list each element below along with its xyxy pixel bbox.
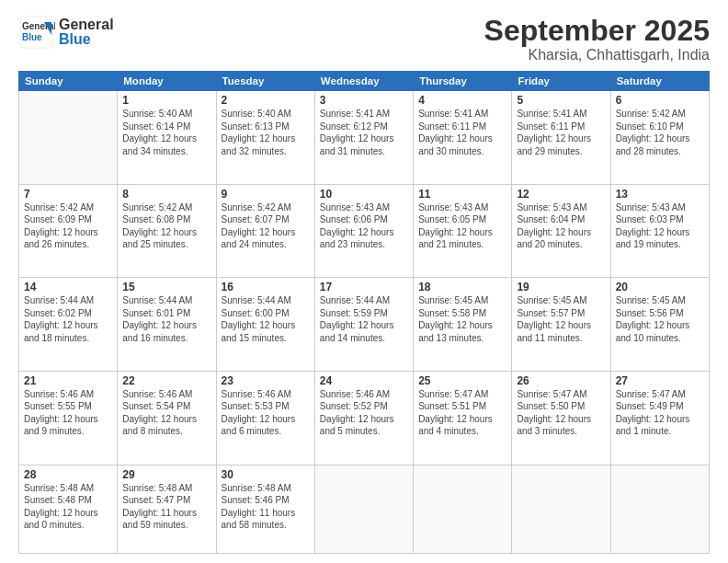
logo-icon: General Blue — [18, 15, 55, 50]
day-number: 17 — [320, 281, 408, 293]
day-number: 3 — [320, 94, 408, 107]
day-info: Sunrise: 5:43 AMSunset: 6:05 PMDaylight:… — [418, 201, 506, 251]
table-cell: 22Sunrise: 5:46 AMSunset: 5:54 PMDayligh… — [118, 371, 216, 465]
day-info: Sunrise: 5:40 AMSunset: 6:14 PMDaylight:… — [122, 108, 210, 157]
table-cell: 11Sunrise: 5:43 AMSunset: 6:05 PMDayligh… — [414, 184, 512, 278]
table-cell: 18Sunrise: 5:45 AMSunset: 5:58 PMDayligh… — [414, 278, 512, 372]
day-info: Sunrise: 5:42 AMSunset: 6:10 PMDaylight:… — [616, 108, 704, 157]
table-cell: 7Sunrise: 5:42 AMSunset: 6:09 PMDaylight… — [19, 184, 118, 278]
table-cell: 15Sunrise: 5:44 AMSunset: 6:01 PMDayligh… — [118, 278, 216, 372]
table-cell: 23Sunrise: 5:46 AMSunset: 5:53 PMDayligh… — [216, 371, 314, 465]
table-cell: 4Sunrise: 5:41 AMSunset: 6:11 PMDaylight… — [414, 91, 512, 185]
table-cell: 30Sunrise: 5:48 AMSunset: 5:46 PMDayligh… — [216, 465, 314, 554]
table-cell: 27Sunrise: 5:47 AMSunset: 5:49 PMDayligh… — [610, 371, 709, 465]
day-info: Sunrise: 5:40 AMSunset: 6:13 PMDaylight:… — [222, 108, 310, 157]
day-number: 6 — [616, 94, 704, 107]
day-number: 15 — [122, 281, 210, 293]
day-info: Sunrise: 5:41 AMSunset: 6:11 PMDaylight:… — [517, 108, 605, 157]
table-cell: 19Sunrise: 5:45 AMSunset: 5:57 PMDayligh… — [512, 278, 610, 372]
day-info: Sunrise: 5:44 AMSunset: 6:01 PMDaylight:… — [122, 294, 210, 344]
day-number: 20 — [616, 281, 704, 293]
table-cell: 24Sunrise: 5:46 AMSunset: 5:52 PMDayligh… — [314, 371, 413, 465]
day-info: Sunrise: 5:47 AMSunset: 5:50 PMDaylight:… — [517, 388, 605, 438]
day-info: Sunrise: 5:42 AMSunset: 6:08 PMDaylight:… — [122, 201, 210, 251]
day-info: Sunrise: 5:45 AMSunset: 5:57 PMDaylight:… — [517, 294, 605, 344]
day-info: Sunrise: 5:46 AMSunset: 5:54 PMDaylight:… — [122, 388, 210, 438]
day-number: 26 — [517, 374, 605, 387]
table-cell: 12Sunrise: 5:43 AMSunset: 6:04 PMDayligh… — [512, 184, 610, 278]
day-info: Sunrise: 5:41 AMSunset: 6:12 PMDaylight:… — [320, 108, 408, 157]
table-cell: 14Sunrise: 5:44 AMSunset: 6:02 PMDayligh… — [19, 278, 118, 372]
col-thursday: Thursday — [414, 72, 512, 91]
table-cell: 28Sunrise: 5:48 AMSunset: 5:48 PMDayligh… — [19, 465, 118, 554]
table-cell — [314, 465, 413, 554]
day-info: Sunrise: 5:44 AMSunset: 5:59 PMDaylight:… — [320, 294, 408, 344]
day-number: 16 — [222, 281, 310, 293]
day-number: 9 — [222, 188, 310, 201]
table-cell — [610, 465, 709, 554]
table-cell: 3Sunrise: 5:41 AMSunset: 6:12 PMDaylight… — [314, 91, 413, 185]
day-info: Sunrise: 5:47 AMSunset: 5:51 PMDaylight:… — [418, 388, 506, 438]
table-cell: 2Sunrise: 5:40 AMSunset: 6:13 PMDaylight… — [216, 91, 314, 185]
table-cell — [414, 465, 512, 554]
day-number: 22 — [122, 374, 210, 387]
table-cell: 26Sunrise: 5:47 AMSunset: 5:50 PMDayligh… — [512, 371, 610, 465]
day-number: 2 — [222, 94, 310, 107]
day-number: 1 — [122, 94, 210, 107]
day-info: Sunrise: 5:42 AMSunset: 6:09 PMDaylight:… — [24, 201, 112, 251]
day-info: Sunrise: 5:48 AMSunset: 5:46 PMDaylight:… — [222, 482, 310, 532]
table-cell: 9Sunrise: 5:42 AMSunset: 6:07 PMDaylight… — [216, 184, 314, 278]
day-info: Sunrise: 5:43 AMSunset: 6:06 PMDaylight:… — [320, 201, 408, 251]
col-sunday: Sunday — [19, 72, 118, 91]
day-number: 11 — [418, 188, 506, 201]
day-number: 30 — [222, 468, 310, 481]
logo-name: General Blue — [59, 17, 114, 47]
table-cell: 25Sunrise: 5:47 AMSunset: 5:51 PMDayligh… — [414, 371, 512, 465]
logo-general-text: General — [59, 17, 114, 32]
table-cell — [19, 91, 118, 185]
day-info: Sunrise: 5:47 AMSunset: 5:49 PMDaylight:… — [616, 388, 704, 438]
col-monday: Monday — [118, 72, 216, 91]
logo-blue-text: Blue — [59, 32, 114, 47]
day-number: 25 — [418, 374, 506, 387]
day-info: Sunrise: 5:46 AMSunset: 5:53 PMDaylight:… — [222, 388, 310, 438]
day-info: Sunrise: 5:43 AMSunset: 6:04 PMDaylight:… — [517, 201, 605, 251]
col-friday: Friday — [512, 72, 610, 91]
day-number: 13 — [616, 188, 704, 201]
day-number: 27 — [616, 374, 704, 387]
day-number: 10 — [320, 188, 408, 201]
table-cell: 16Sunrise: 5:44 AMSunset: 6:00 PMDayligh… — [216, 278, 314, 372]
table-cell: 20Sunrise: 5:45 AMSunset: 5:56 PMDayligh… — [610, 278, 709, 372]
calendar-header-row: Sunday Monday Tuesday Wednesday Thursday… — [19, 72, 710, 91]
table-cell — [512, 465, 610, 554]
day-number: 14 — [24, 281, 112, 293]
table-cell: 10Sunrise: 5:43 AMSunset: 6:06 PMDayligh… — [314, 184, 413, 278]
table-cell: 13Sunrise: 5:43 AMSunset: 6:03 PMDayligh… — [610, 184, 709, 278]
day-number: 7 — [24, 188, 112, 201]
calendar-table: Sunday Monday Tuesday Wednesday Thursday… — [18, 71, 710, 554]
day-number: 21 — [24, 374, 112, 387]
table-cell: 21Sunrise: 5:46 AMSunset: 5:55 PMDayligh… — [19, 371, 118, 465]
day-info: Sunrise: 5:45 AMSunset: 5:56 PMDaylight:… — [616, 294, 704, 344]
table-cell: 1Sunrise: 5:40 AMSunset: 6:14 PMDaylight… — [118, 91, 216, 185]
day-info: Sunrise: 5:41 AMSunset: 6:11 PMDaylight:… — [418, 108, 506, 157]
day-info: Sunrise: 5:43 AMSunset: 6:03 PMDaylight:… — [616, 201, 704, 251]
day-info: Sunrise: 5:44 AMSunset: 6:02 PMDaylight:… — [24, 294, 112, 344]
svg-text:Blue: Blue — [22, 32, 42, 42]
day-info: Sunrise: 5:46 AMSunset: 5:52 PMDaylight:… — [320, 388, 408, 438]
col-tuesday: Tuesday — [216, 72, 314, 91]
header: General Blue General Blue September 2025… — [18, 15, 710, 63]
day-info: Sunrise: 5:44 AMSunset: 6:00 PMDaylight:… — [222, 294, 310, 344]
day-number: 29 — [122, 468, 210, 481]
table-cell: 6Sunrise: 5:42 AMSunset: 6:10 PMDaylight… — [610, 91, 709, 185]
day-info: Sunrise: 5:48 AMSunset: 5:48 PMDaylight:… — [24, 482, 112, 532]
day-number: 24 — [320, 374, 408, 387]
title-block: September 2025 Kharsia, Chhattisgarh, In… — [484, 15, 710, 63]
day-number: 18 — [418, 281, 506, 293]
day-number: 19 — [517, 281, 605, 293]
table-cell: 29Sunrise: 5:48 AMSunset: 5:47 PMDayligh… — [118, 465, 216, 554]
col-saturday: Saturday — [610, 72, 709, 91]
day-info: Sunrise: 5:48 AMSunset: 5:47 PMDaylight:… — [122, 482, 210, 532]
location-title: Kharsia, Chhattisgarh, India — [484, 47, 710, 63]
day-number: 4 — [418, 94, 506, 107]
